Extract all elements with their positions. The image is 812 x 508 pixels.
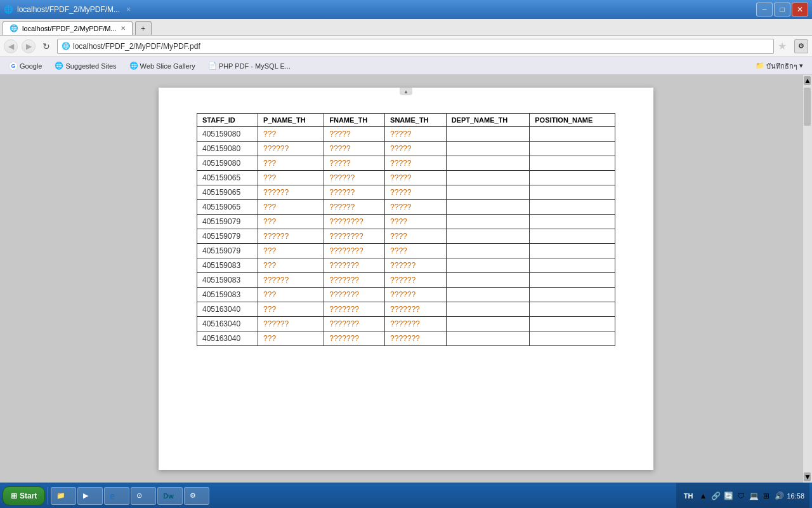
table-row: 405159080???????????????? bbox=[197, 142, 615, 156]
table-cell: ??? bbox=[258, 215, 324, 229]
table-wrapper: STAFF_ID P_NAME_TH FNAME_TH SNAME_TH DEP… bbox=[178, 107, 634, 346]
google-icon: G bbox=[9, 62, 18, 70]
tab-label: localhost/FPDF_2/MyPDF/M... bbox=[22, 25, 117, 32]
col-header-sname-th: SNAME_TH bbox=[385, 114, 447, 127]
table-row: 405159079??????????????? bbox=[197, 244, 615, 258]
table-cell: 405163040 bbox=[197, 317, 258, 331]
table-cell: ?????? bbox=[258, 229, 324, 244]
table-cell: ?????? bbox=[258, 185, 324, 200]
bookmark-google-label: Google bbox=[20, 62, 42, 70]
minimize-button[interactable]: – bbox=[756, 3, 773, 17]
table-cell: ?????? bbox=[385, 288, 447, 302]
folder-chevron-icon: ▾ bbox=[799, 62, 803, 70]
table-cell: 405159065 bbox=[197, 171, 258, 185]
table-cell bbox=[446, 317, 530, 331]
table-cell: ????? bbox=[324, 127, 385, 142]
table-cell: ?????? bbox=[258, 317, 324, 331]
table-body: 405159080?????????????405159080?????????… bbox=[197, 127, 615, 346]
table-cell: ??? bbox=[258, 127, 324, 142]
table-cell: ??? bbox=[258, 302, 324, 317]
table-cell bbox=[530, 127, 615, 142]
tab-bar: 🌐 localhost/FPDF_2/MyPDF/M... ✕ + bbox=[0, 19, 812, 36]
tab-close-button[interactable]: ✕ bbox=[121, 25, 126, 32]
table-row: 405163040???????????????????? bbox=[197, 317, 615, 331]
forward-button[interactable]: ▶ bbox=[22, 39, 36, 53]
table-cell bbox=[530, 302, 615, 317]
data-table: STAFF_ID P_NAME_TH FNAME_TH SNAME_TH DEP… bbox=[197, 113, 615, 346]
close-button[interactable]: ✕ bbox=[792, 3, 808, 17]
url-icon: 🌐 bbox=[62, 42, 70, 50]
table-cell: ?????? bbox=[324, 200, 385, 215]
bookmark-google[interactable]: G Google bbox=[4, 60, 47, 72]
table-cell: ??? bbox=[258, 200, 324, 215]
url-bar[interactable]: 🌐 localhost/FPDF_2/MyPDF/MyPDF.pdf bbox=[57, 39, 774, 54]
table-cell bbox=[530, 331, 615, 346]
col-header-staff-id: STAFF_ID bbox=[197, 114, 258, 127]
table-cell bbox=[446, 244, 530, 258]
table-cell: ???? bbox=[385, 215, 447, 229]
table-cell bbox=[446, 127, 530, 142]
table-cell: ?????? bbox=[258, 273, 324, 288]
pdf-page: ▲ STAFF_ID P_NAME_TH FNAME_TH SNAME_TH D… bbox=[159, 88, 653, 470]
table-cell: 405159083 bbox=[197, 273, 258, 288]
col-header-position-name: POSITION_NAME bbox=[530, 114, 615, 127]
table-cell bbox=[530, 244, 615, 258]
table-cell bbox=[446, 273, 530, 288]
table-cell bbox=[530, 171, 615, 185]
table-cell: ????? bbox=[324, 142, 385, 156]
window-controls[interactable]: – □ ✕ bbox=[756, 3, 808, 17]
back-button[interactable]: ◀ bbox=[4, 39, 18, 53]
refresh-button[interactable]: ↻ bbox=[39, 39, 53, 53]
table-cell: ??????? bbox=[324, 331, 385, 346]
table-cell bbox=[446, 229, 530, 244]
scroll-top-indicator: ▲ bbox=[400, 88, 412, 95]
table-cell: 405159065 bbox=[197, 185, 258, 200]
table-cell: ?????? bbox=[258, 142, 324, 156]
table-cell: 405159079 bbox=[197, 244, 258, 258]
table-row: 405159065?????????????? bbox=[197, 171, 615, 185]
table-cell: 405159080 bbox=[197, 156, 258, 171]
table-cell: ???? bbox=[385, 229, 447, 244]
table-cell: 405159065 bbox=[197, 200, 258, 215]
table-cell: ??????? bbox=[385, 302, 447, 317]
new-tab-button[interactable]: + bbox=[135, 21, 152, 35]
table-cell bbox=[446, 302, 530, 317]
active-tab[interactable]: 🌐 localhost/FPDF_2/MyPDF/M... ✕ bbox=[3, 21, 133, 35]
table-cell: ??? bbox=[258, 156, 324, 171]
phppdf-icon: 📄 bbox=[208, 62, 217, 70]
table-cell: ??? bbox=[258, 258, 324, 273]
scrollbar-right[interactable]: ▲ ▼ bbox=[802, 75, 812, 483]
table-row: 405159083???????????????? bbox=[197, 258, 615, 273]
tools-button[interactable]: ⚙ bbox=[794, 39, 808, 53]
col-header-dept-name-th: DEPT_NAME_TH bbox=[446, 114, 530, 127]
table-row: 405163040????????????????? bbox=[197, 331, 615, 346]
window-title: localhost/FPDF_2/MyPDF/M... bbox=[17, 5, 120, 14]
table-cell: ???? bbox=[385, 244, 447, 258]
table-row: 405159065????????????????? bbox=[197, 185, 615, 200]
table-cell bbox=[530, 215, 615, 229]
table-cell: ?????? bbox=[385, 273, 447, 288]
suggested-icon: 🌐 bbox=[55, 62, 63, 70]
table-cell bbox=[446, 142, 530, 156]
table-cell: ??????? bbox=[324, 288, 385, 302]
favorites-button[interactable]: ★ bbox=[778, 40, 790, 53]
scrollbar-thumb[interactable] bbox=[804, 88, 811, 126]
bookmark-folder[interactable]: 📁 บันทึกธิกๆ ▾ bbox=[750, 59, 808, 73]
table-cell: 405159083 bbox=[197, 258, 258, 273]
scrollbar-up-button[interactable]: ▲ bbox=[804, 76, 811, 85]
maximize-button[interactable]: □ bbox=[774, 3, 790, 17]
table-cell bbox=[446, 288, 530, 302]
table-cell: ??????? bbox=[324, 273, 385, 288]
bookmark-webslice[interactable]: 🌐 Web Slice Gallery bbox=[124, 60, 200, 71]
bookmark-suggested[interactable]: 🌐 Suggested Sites bbox=[49, 60, 121, 71]
table-cell bbox=[530, 142, 615, 156]
url-text: localhost/FPDF_2/MyPDF/MyPDF.pdf bbox=[73, 42, 200, 51]
table-cell bbox=[446, 156, 530, 171]
table-cell: ??????? bbox=[385, 317, 447, 331]
new-tab-icon: + bbox=[141, 24, 145, 33]
table-cell bbox=[446, 200, 530, 215]
scrollbar-down-button[interactable]: ▼ bbox=[804, 472, 811, 481]
bookmark-phppdf[interactable]: 📄 PHP PDF - MySQL E... bbox=[203, 60, 296, 71]
table-cell: 405159079 bbox=[197, 229, 258, 244]
google-letter: G bbox=[11, 63, 15, 69]
